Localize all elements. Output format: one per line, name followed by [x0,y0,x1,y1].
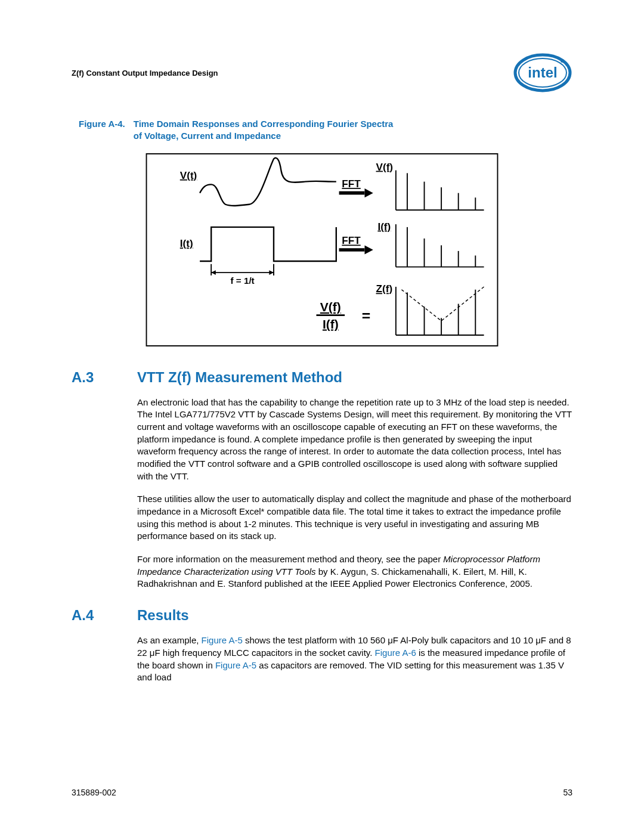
svg-text:=: = [362,308,370,324]
section-a3-heading: A.3 VTT Z(f) Measurement Method [72,369,572,386]
svg-text:intel: intel [528,64,557,80]
svg-marker-9 [269,270,274,275]
svg-text:FFT: FFT [342,234,361,246]
figure-diagram: V(t) I(t) f = 1/t FFT FFT V(f) [137,148,507,351]
paragraph: As an example, Figure A-5 shows the test… [137,634,572,684]
paragraph: An electronic load that has the capabili… [137,397,572,483]
section-title: VTT Z(f) Measurement Method [137,369,342,386]
figure-link[interactable]: Figure A-6 [375,648,416,658]
section-number: A.4 [72,607,137,624]
figure-title: Time Domain Responses and Corresponding … [134,118,394,143]
svg-text:V(t): V(t) [180,169,197,181]
section-a3-body: An electronic load that has the capabili… [137,397,572,591]
svg-marker-8 [211,270,216,275]
svg-text:I(f): I(f) [377,220,391,232]
section-title: Results [137,607,189,624]
footer-page-number: 53 [563,788,572,797]
svg-text:I(t): I(t) [180,237,193,249]
svg-text:V(f): V(f) [320,299,341,313]
svg-text:FFT: FFT [342,178,361,190]
figure-link[interactable]: Figure A-5 [215,660,256,670]
section-a4-body: As an example, Figure A-5 shows the test… [137,634,572,684]
section-a4-heading: A.4 Results [72,607,572,624]
svg-text:V(f): V(f) [376,160,394,172]
svg-marker-18 [364,245,373,254]
svg-marker-15 [364,188,373,197]
svg-text:Z(f): Z(f) [376,283,393,295]
svg-text:f = 1/t: f = 1/t [230,275,254,286]
page-header: Z(f) Constant Output Impedance Design in… [72,51,572,94]
svg-text:I(f): I(f) [323,317,339,330]
section-number: A.3 [72,369,137,386]
figure-link[interactable]: Figure A-5 [202,635,243,645]
footer-doc-id: 315889-002 [72,788,116,797]
paragraph: For more information on the measurement … [137,553,572,590]
figure-caption: Figure A-4. Time Domain Responses and Co… [79,118,572,143]
header-doc-title: Z(f) Constant Output Impedance Design [72,69,218,78]
svg-point-3 [561,59,564,63]
figure-number: Figure A-4. [79,118,134,143]
intel-logo-icon: intel [513,51,572,94]
document-page: Z(f) Constant Output Impedance Design in… [0,0,644,833]
page-footer: 315889-002 53 [72,788,572,797]
paragraph: These utilities allow the user to automa… [137,493,572,543]
